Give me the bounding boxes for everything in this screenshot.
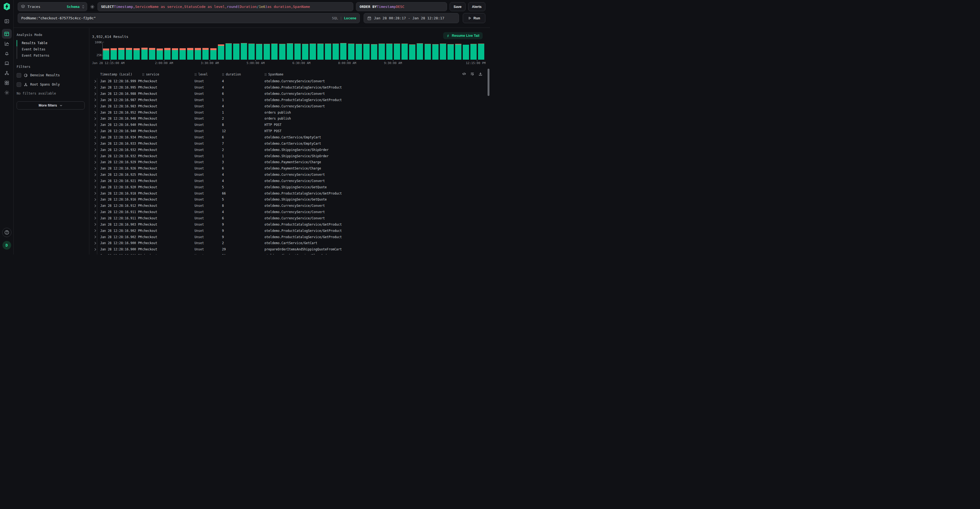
- nav-client-sessions-icon[interactable]: [2, 58, 12, 68]
- expand-row-icon[interactable]: [94, 204, 96, 207]
- row-expander[interactable]: [92, 215, 97, 222]
- table-row[interactable]: Jan 28 12:28:16.921 PMcheckoutUnset4otel…: [92, 178, 486, 184]
- user-avatar[interactable]: D: [2, 241, 11, 250]
- collapse-sidebar-icon[interactable]: [2, 16, 12, 26]
- row-expander[interactable]: [92, 246, 97, 252]
- download-icon[interactable]: [478, 72, 483, 76]
- row-expander[interactable]: [92, 103, 97, 109]
- table-row[interactable]: Jan 28 12:28:16.933 PMcheckoutUnset7otel…: [92, 140, 486, 147]
- root-spans-only-toggle[interactable]: Root Spans Only: [17, 81, 85, 88]
- row-expander[interactable]: [92, 178, 97, 184]
- expand-row-icon[interactable]: [94, 111, 96, 114]
- table-row[interactable]: Jan 28 12:28:16.902 PMcheckoutUnset9otel…: [92, 234, 486, 240]
- expand-row-icon[interactable]: [94, 229, 96, 232]
- expand-row-icon[interactable]: [94, 117, 96, 120]
- nav-alerts-icon[interactable]: [2, 48, 12, 58]
- table-row[interactable]: Jan 28 12:28:16.925 PMcheckoutUnset4otel…: [92, 172, 486, 178]
- sql-select-editor[interactable]: SELECT Timestamp, ServiceName as service…: [97, 2, 353, 11]
- table-row[interactable]: Jan 28 12:28:16.918 PMcheckoutUnset66ote…: [92, 190, 486, 196]
- row-expander[interactable]: [92, 140, 97, 147]
- expand-row-icon[interactable]: [94, 142, 96, 145]
- language-toggle[interactable]: SQL | Lucene: [332, 16, 356, 20]
- row-expander[interactable]: [92, 240, 97, 246]
- row-expander[interactable]: [92, 153, 97, 159]
- expand-row-icon[interactable]: [94, 198, 96, 201]
- expand-row-icon[interactable]: [94, 242, 96, 245]
- expand-row-icon[interactable]: [94, 179, 96, 182]
- order-by-editor[interactable]: ORDER BY Timestamp DESC: [356, 2, 447, 11]
- expand-row-icon[interactable]: [94, 123, 96, 126]
- row-expander[interactable]: [92, 190, 97, 196]
- table-row[interactable]: Jan 28 12:28:16.940 PMcheckoutUnset8HTTP…: [92, 122, 486, 128]
- run-button[interactable]: Run: [463, 13, 485, 23]
- table-row[interactable]: Jan 28 12:28:16.940 PMcheckoutUnset12HTT…: [92, 128, 486, 134]
- expand-row-icon[interactable]: [94, 93, 96, 96]
- table-row[interactable]: Jan 28 12:28:16.995 PMcheckoutUnset4otel…: [92, 85, 486, 91]
- table-row[interactable]: Jan 28 12:28:16.902 PMcheckoutUnset9otel…: [92, 228, 486, 234]
- denoise-results-checkbox[interactable]: [17, 73, 21, 78]
- row-expander[interactable]: [92, 203, 97, 209]
- table-row[interactable]: Jan 28 12:28:16.900 PMcheckoutUnset2otel…: [92, 240, 486, 246]
- row-expander[interactable]: [92, 147, 97, 153]
- more-filters-button[interactable]: More filters: [17, 101, 85, 110]
- analysis-mode-event-deltas[interactable]: Event Deltas: [17, 46, 85, 53]
- nav-chart-explorer-icon[interactable]: [2, 39, 12, 48]
- row-expander[interactable]: [92, 122, 97, 128]
- expand-row-icon[interactable]: [94, 105, 96, 108]
- expand-row-icon[interactable]: [94, 161, 96, 164]
- vertical-scrollbar[interactable]: [488, 69, 490, 96]
- table-row[interactable]: Jan 28 12:28:16.932 PMcheckoutUnset1otel…: [92, 153, 486, 159]
- expand-row-icon[interactable]: [94, 80, 96, 83]
- expand-row-icon[interactable]: [94, 167, 96, 170]
- row-expander[interactable]: [92, 252, 97, 254]
- table-row[interactable]: Jan 28 12:28:16.916 PMcheckoutUnset5otel…: [92, 196, 486, 203]
- row-expander[interactable]: [92, 115, 97, 122]
- column-header-service[interactable]: service: [142, 72, 194, 76]
- search-input[interactable]: PodName:"checkout-675775c4cc-f2p9c" SQL …: [18, 13, 360, 23]
- row-expander[interactable]: [92, 128, 97, 134]
- table-row[interactable]: Jan 28 12:28:16.929 PMcheckoutUnset3otel…: [92, 159, 486, 165]
- expand-row-icon[interactable]: [94, 235, 96, 238]
- expand-row-icon[interactable]: [94, 130, 96, 133]
- table-row[interactable]: Jan 28 12:28:16.903 PMcheckoutUnset9otel…: [92, 221, 486, 228]
- table-row[interactable]: Jan 28 12:28:16.900 PMcheckoutUnset50ote…: [92, 252, 486, 254]
- expand-row-icon[interactable]: [94, 185, 96, 188]
- row-expander[interactable]: [92, 109, 97, 115]
- row-expander[interactable]: [92, 159, 97, 165]
- table-row[interactable]: Jan 28 12:28:16.926 PMcheckoutUnset6otel…: [92, 165, 486, 172]
- nav-dashboards-icon[interactable]: [2, 78, 12, 88]
- row-expander[interactable]: [92, 165, 97, 172]
- expand-row-icon[interactable]: [94, 248, 96, 251]
- table-row[interactable]: Jan 28 12:28:16.948 PMcheckoutUnset2orde…: [92, 115, 486, 122]
- column-header-timestamp-local-[interactable]: Timestamp (Local): [97, 72, 142, 76]
- table-row[interactable]: Jan 28 12:28:16.911 PMcheckoutUnset4otel…: [92, 209, 486, 215]
- table-row[interactable]: Jan 28 12:28:16.987 PMcheckoutUnset1otel…: [92, 97, 486, 103]
- language-sql-option[interactable]: SQL: [332, 16, 338, 20]
- row-expander[interactable]: [92, 184, 97, 190]
- results-histogram[interactable]: 100K 25K Jan 28 12:15:00 AM2:00:00 AM3:3…: [92, 39, 486, 65]
- row-expander[interactable]: [92, 234, 97, 240]
- row-expander[interactable]: [92, 85, 97, 91]
- expand-row-icon[interactable]: [94, 148, 96, 151]
- table-row[interactable]: Jan 28 12:28:16.912 PMcheckoutUnset8otel…: [92, 203, 486, 209]
- row-expander[interactable]: [92, 78, 97, 85]
- column-header-duration[interactable]: duration: [222, 72, 264, 76]
- analysis-mode-results-table[interactable]: Results Table: [17, 40, 85, 46]
- expand-row-icon[interactable]: [94, 155, 96, 158]
- expand-row-icon[interactable]: [94, 223, 96, 226]
- row-expander[interactable]: [92, 172, 97, 178]
- row-expander[interactable]: [92, 134, 97, 140]
- table-row[interactable]: Jan 28 12:28:16.988 PMcheckoutUnset6otel…: [92, 91, 486, 97]
- row-expander[interactable]: [92, 209, 97, 215]
- root-spans-only-checkbox[interactable]: [17, 82, 21, 87]
- help-icon[interactable]: [2, 228, 11, 237]
- row-expander[interactable]: [92, 91, 97, 97]
- column-header-spanname[interactable]: SpanName: [264, 72, 486, 76]
- expand-row-icon[interactable]: [94, 211, 96, 214]
- table-row[interactable]: Jan 28 12:28:16.934 PMcheckoutUnset6otel…: [92, 134, 486, 140]
- source-settings-gear-icon[interactable]: [90, 4, 95, 9]
- table-row[interactable]: Jan 28 12:28:16.999 PMcheckoutUnset4otel…: [92, 78, 486, 85]
- row-expander[interactable]: [92, 221, 97, 228]
- expand-row-icon[interactable]: [94, 173, 96, 176]
- nav-results-table-icon[interactable]: [2, 29, 12, 39]
